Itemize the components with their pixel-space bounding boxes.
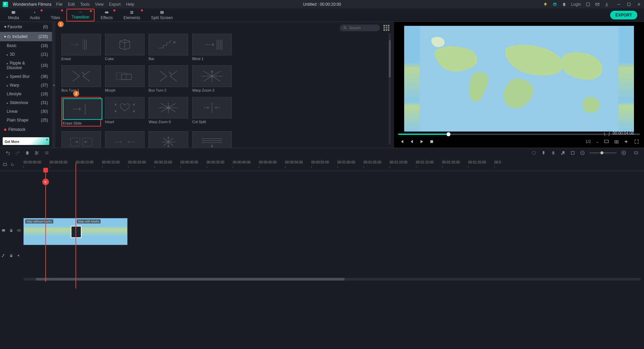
zoom-slider[interactable] [590,152,616,153]
voiceover-icon[interactable] [551,150,556,155]
promo-banner[interactable]: ×Get More [3,137,49,145]
transition-heart[interactable]: Heart [105,97,145,127]
menu-view[interactable]: View [95,2,104,7]
video-preview[interactable] [404,26,634,132]
bracket-left-icon[interactable]: { [604,130,605,136]
maximize-icon[interactable] [627,2,631,7]
tab-media[interactable]: Media [3,9,24,21]
playhead[interactable] [45,171,46,282]
clip-2[interactable]: Map with Marks [75,218,127,245]
crop-icon[interactable] [570,150,575,155]
sidebar-item-lifestyle[interactable]: Lifestyle(19) [0,90,52,98]
sidebar-favorite[interactable]: ♥ Favorite(0) [0,22,52,32]
sidebar-item-warp[interactable]: ▸Warp(37) [0,81,52,90]
transition-erase[interactable]: Erase [61,34,101,61]
playhead-scissors-icon[interactable] [42,179,49,185]
transition-erase-slide[interactable]: Erase Slide [61,97,101,127]
sidebar-item-3d[interactable]: ▸3D(21) [0,50,52,59]
close-icon[interactable] [637,2,641,7]
snapshot-icon[interactable] [614,139,619,144]
bracket-right-icon[interactable]: } [608,130,610,136]
lock-icon[interactable] [9,228,13,233]
promo-close-icon[interactable]: × [46,138,48,142]
panel-scrollbar[interactable] [389,34,391,144]
support-icon[interactable] [552,2,557,7]
delete-icon[interactable] [25,150,30,155]
zoom-out-icon[interactable] [580,150,585,155]
search-box[interactable] [340,24,380,31]
sidebar-filmstock[interactable]: Filmstock [0,124,52,135]
prev-frame-icon[interactable] [399,139,404,144]
sidebar-item-plain-shape[interactable]: Plain Shape(25) [0,116,52,124]
sidebar-item-ripple[interactable]: ▸Ripple & Dissolve(16) [0,59,52,72]
tab-split-screen[interactable]: Split Screen [146,9,177,21]
transition-extra-1[interactable] [61,131,101,148]
zoom-in-icon[interactable] [621,150,626,155]
display-icon[interactable] [604,139,609,144]
menu-export[interactable]: Export [109,2,121,7]
volume-icon[interactable] [624,139,629,144]
transition-col-split[interactable]: Col Split [192,97,232,127]
idea-icon[interactable] [543,2,548,7]
menu-edit[interactable]: Edit [68,2,75,7]
zoom-level[interactable]: 1/2 [585,139,591,144]
redo-icon[interactable] [15,150,20,155]
transition-blind-1[interactable]: Blind 1 [192,34,232,61]
trash-icon[interactable] [562,2,567,7]
transition-cube[interactable]: Cube [105,34,145,61]
tab-transition[interactable]: Transition [66,9,95,21]
tab-titles[interactable]: Titles [46,9,65,21]
sidebar-item-basic[interactable]: Basic(18) [0,41,52,50]
audio-label-icon[interactable] [1,253,6,258]
play-icon[interactable] [419,139,424,144]
marker-icon[interactable] [541,150,546,155]
stop-icon[interactable] [429,139,434,144]
undo-icon[interactable] [5,150,10,155]
chevron-down-icon[interactable]: ⌄ [596,139,599,144]
transition-extra-2[interactable] [105,131,145,148]
clip-1[interactable]: Map without Marks [24,218,75,245]
adjust-icon[interactable] [44,150,49,155]
sidebar-item-linear[interactable]: Linear(30) [0,107,52,116]
sidebar-included[interactable]: ▾ 🗀 Included(233) [0,32,52,41]
transition-on-timeline[interactable] [71,226,82,238]
music-icon[interactable] [560,150,566,155]
transition-extra-3[interactable] [149,131,188,148]
lock-icon[interactable] [9,253,13,258]
menu-tools[interactable]: Tools [80,2,90,7]
tab-effects[interactable]: Effects [96,9,117,21]
export-button[interactable]: EXPORT [610,11,637,19]
menu-help[interactable]: Help [126,2,135,7]
transition-warp-zoom-3[interactable]: Warp Zoom 3 [192,65,232,92]
tab-audio[interactable]: Audio [25,9,45,21]
ruler-tool-1-icon[interactable] [3,162,7,167]
step-back-icon[interactable] [409,139,414,144]
ruler-tool-2-icon[interactable] [11,162,15,167]
sidebar-collapse-handle[interactable]: ◂ [52,22,55,148]
transition-morph[interactable]: Morph [105,65,145,92]
transition-box-turn-2[interactable]: Box Turn 2 [149,65,188,92]
login-button[interactable]: Login [571,2,581,7]
download-icon[interactable] [604,2,609,7]
save-icon[interactable] [586,2,590,7]
minimize-icon[interactable] [616,2,621,7]
tab-elements[interactable]: Elements [119,9,145,21]
fullscreen-icon[interactable] [634,139,639,144]
transition-warp-zoom-6[interactable]: Warp Zoom 6 [149,97,188,127]
eye-icon[interactable] [17,228,21,233]
timeline-tracks[interactable]: 3 Map without Marks Map with Marks [0,171,644,282]
split-icon[interactable] [35,150,40,155]
speaker-icon[interactable] [17,253,21,258]
mail-icon[interactable] [595,2,600,7]
transition-extra-4[interactable] [192,131,232,148]
transition-bar[interactable]: Bar [149,34,188,61]
menu-file[interactable]: File [56,2,62,7]
timeline-hscroll[interactable] [23,278,641,281]
render-icon[interactable] [531,150,536,155]
sidebar-item-speed-blur[interactable]: ▸Speed Blur(36) [0,72,52,81]
track-label-icon[interactable] [1,228,6,233]
sidebar-item-slideshow[interactable]: ▸Slideshow(31) [0,98,52,107]
search-input[interactable] [349,26,376,30]
timeline-ruler[interactable]: 00:00:00:0000:00:05:0000:00:10:0000:00:1… [0,158,644,171]
fit-icon[interactable] [634,150,639,155]
